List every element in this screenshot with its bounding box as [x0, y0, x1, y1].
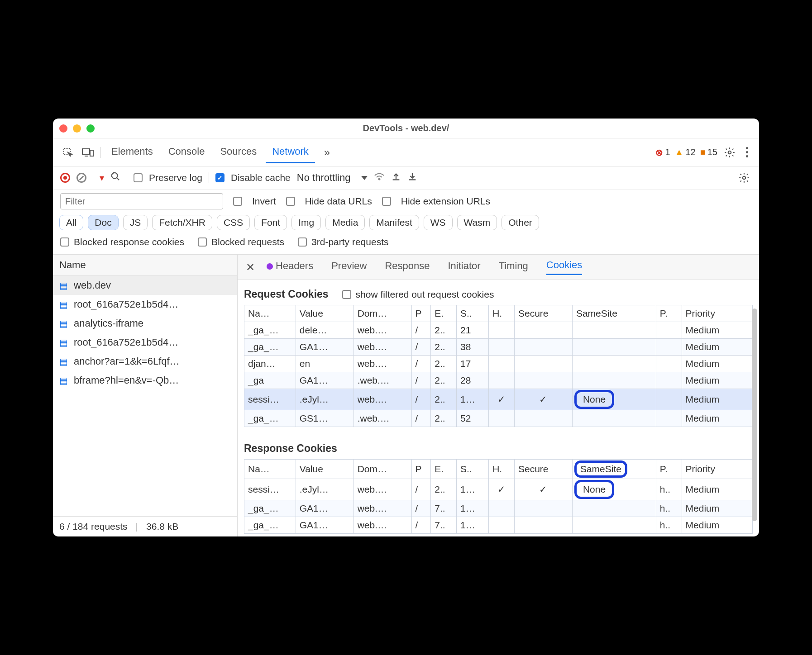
col-header[interactable]: Dom…: [353, 305, 411, 322]
issues-badge[interactable]: ■ 15: [700, 147, 717, 157]
chip-all[interactable]: All: [59, 215, 83, 230]
col-header[interactable]: P.: [656, 305, 682, 322]
chip-fetch-xhr[interactable]: Fetch/XHR: [152, 215, 212, 230]
blocked-requests-checkbox[interactable]: [198, 237, 207, 247]
chip-wasm[interactable]: Wasm: [457, 215, 497, 230]
close-detail-icon[interactable]: ✕: [246, 261, 255, 274]
col-header[interactable]: Secure: [514, 305, 572, 322]
col-header[interactable]: Na…: [244, 460, 296, 479]
request-row[interactable]: ▤root_616a752e1b5d4…: [53, 295, 237, 314]
vertical-scrollbar[interactable]: [752, 309, 757, 521]
col-header[interactable]: S..: [457, 305, 489, 322]
invert-checkbox[interactable]: [233, 197, 242, 206]
cookie-row[interactable]: _ga_…GA1…web.…/2..38Medium: [244, 339, 753, 356]
detail-tab-cookies[interactable]: Cookies: [546, 259, 582, 275]
throttling-select[interactable]: No throttling: [297, 172, 368, 184]
more-options-menu[interactable]: [742, 147, 752, 157]
show-filtered-cookies-checkbox[interactable]: [342, 290, 351, 299]
issue-icon: ■: [700, 147, 706, 157]
detail-tab-timing[interactable]: Timing: [499, 260, 528, 275]
chip-css[interactable]: CSS: [217, 215, 250, 230]
tab-network[interactable]: Network: [266, 141, 315, 163]
third-party-checkbox[interactable]: [298, 237, 307, 247]
detail-tab-headers[interactable]: Headers: [267, 260, 313, 275]
detail-tab-preview[interactable]: Preview: [331, 260, 367, 275]
cookie-row[interactable]: _ga_…dele…web.…/2..21Medium: [244, 322, 753, 339]
col-header[interactable]: Value: [296, 460, 353, 479]
chip-img[interactable]: Img: [291, 215, 321, 230]
filter-input[interactable]: [60, 193, 223, 209]
recording-dot-icon: [267, 263, 273, 270]
col-header[interactable]: Priority: [682, 305, 752, 322]
resource-type-chips: AllDocJSFetch/XHRCSSFontImgMediaManifest…: [53, 213, 759, 234]
col-header[interactable]: Dom…: [353, 460, 411, 479]
errors-badge[interactable]: ⊗ 1: [655, 147, 670, 158]
col-header[interactable]: H.: [489, 460, 515, 479]
chip-other[interactable]: Other: [502, 215, 539, 230]
warning-icon: ▲: [675, 147, 684, 157]
request-row[interactable]: ▤analytics-iframe: [53, 314, 237, 333]
request-row[interactable]: ▤root_616a752e1b5d4…: [53, 333, 237, 352]
settings-gear-icon[interactable]: [722, 145, 737, 160]
document-icon: ▤: [59, 318, 69, 329]
search-icon[interactable]: [110, 171, 120, 184]
response-cookies-title: Response Cookies: [244, 442, 337, 455]
col-header[interactable]: H.: [489, 305, 515, 322]
detail-tab-initiator[interactable]: Initiator: [448, 260, 480, 275]
cookie-row[interactable]: sessi….eJyl…web.…/2..1…✓✓Noneh..Medium: [244, 479, 753, 500]
col-header[interactable]: SameSite: [572, 305, 656, 322]
detail-tabs-row: ✕ HeadersPreviewResponseInitiatorTimingC…: [238, 255, 759, 280]
col-header[interactable]: P: [411, 305, 431, 322]
col-header[interactable]: E.: [431, 460, 457, 479]
col-header[interactable]: Priority: [682, 460, 752, 479]
col-header[interactable]: Value: [296, 305, 353, 322]
chip-font[interactable]: Font: [254, 215, 287, 230]
tab-sources[interactable]: Sources: [214, 141, 263, 163]
request-row[interactable]: ▤anchor?ar=1&k=6Lfqf…: [53, 352, 237, 371]
col-header[interactable]: Secure: [514, 460, 572, 479]
chip-manifest[interactable]: Manifest: [369, 215, 419, 230]
disable-cache-checkbox[interactable]: [215, 173, 224, 182]
error-icon: ⊗: [655, 147, 663, 158]
request-row[interactable]: ▤web.dev: [53, 276, 237, 295]
cookie-row[interactable]: djan…enweb.…/2..17Medium: [244, 356, 753, 372]
document-icon: ▤: [59, 280, 69, 291]
cookie-row[interactable]: _ga_…GA1…web.…/7..1…h..Medium: [244, 500, 753, 517]
col-header[interactable]: P.: [656, 460, 682, 479]
tab-elements[interactable]: Elements: [105, 141, 159, 163]
request-row[interactable]: ▤bframe?hl=en&v=-Qb…: [53, 371, 237, 390]
col-header[interactable]: P: [411, 460, 431, 479]
more-tabs-button[interactable]: »: [320, 146, 334, 159]
network-conditions-icon[interactable]: [374, 172, 385, 184]
clear-button[interactable]: [76, 173, 86, 183]
download-har-icon[interactable]: [407, 171, 417, 184]
hide-extension-urls-checkbox[interactable]: [382, 197, 391, 206]
hide-data-urls-checkbox[interactable]: [286, 197, 295, 206]
chip-media[interactable]: Media: [325, 215, 365, 230]
col-header[interactable]: S..: [457, 460, 489, 479]
blocked-cookies-checkbox[interactable]: [60, 237, 69, 247]
inspect-element-icon[interactable]: [60, 145, 76, 160]
chip-js[interactable]: JS: [123, 215, 148, 230]
hide-extension-urls-label: Hide extension URLs: [401, 196, 490, 207]
col-header[interactable]: E.: [431, 305, 457, 322]
device-toggle-icon[interactable]: [80, 145, 96, 160]
tab-console[interactable]: Console: [162, 141, 211, 163]
chip-ws[interactable]: WS: [424, 215, 453, 230]
network-settings-gear-icon[interactable]: [736, 170, 752, 185]
col-header[interactable]: Na…: [244, 305, 296, 322]
col-header[interactable]: SameSite: [572, 460, 656, 479]
cookie-row[interactable]: _ga_…GS1….web.…/2..52Medium: [244, 410, 753, 427]
document-icon: ▤: [59, 299, 69, 310]
filter-toggle-icon[interactable]: ▾: [100, 172, 104, 183]
cookie-row[interactable]: _ga_…GA1…web.…/7..1…h..Medium: [244, 517, 753, 534]
cookie-row[interactable]: sessi….eJyl…web.…/2..1…✓✓NoneMedium: [244, 389, 753, 410]
record-button[interactable]: [60, 173, 70, 183]
cookie-row[interactable]: _gaGA1….web.…/2..28Medium: [244, 372, 753, 389]
preserve-log-checkbox[interactable]: [134, 173, 143, 182]
svg-rect-1: [82, 149, 90, 154]
warnings-badge[interactable]: ▲ 12: [675, 147, 696, 157]
chip-doc[interactable]: Doc: [88, 215, 118, 230]
upload-har-icon[interactable]: [391, 171, 401, 184]
detail-tab-response[interactable]: Response: [385, 260, 430, 275]
